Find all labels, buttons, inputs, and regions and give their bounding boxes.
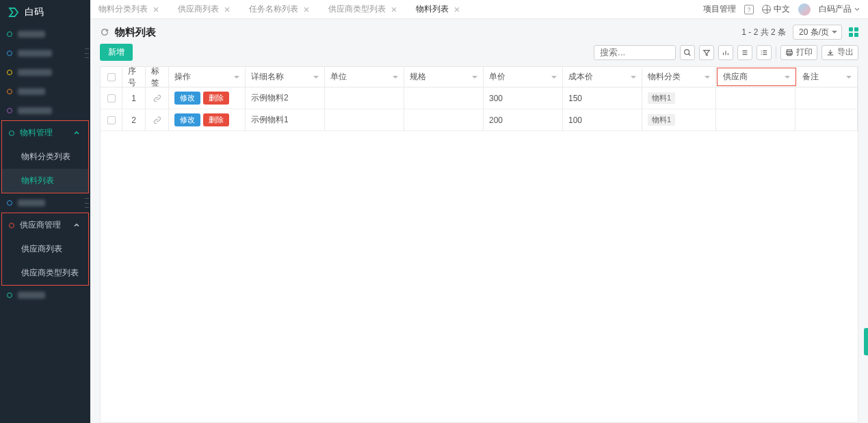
cell-name: 示例物料2 xyxy=(246,87,325,109)
th-spec[interactable]: 规格 xyxy=(404,67,484,87)
chart-icon[interactable] xyxy=(718,45,733,60)
caret-down-icon[interactable] xyxy=(472,76,477,81)
tab-supplier-list[interactable]: 供应商列表 xyxy=(178,3,231,15)
nav: 物料管理 物料分类列表 物料列表 供应商管理 供应商列表 供应商类型列表 xyxy=(0,25,90,423)
nav-sub-supplier-type[interactable]: 供应商类型列表 xyxy=(2,261,88,285)
th-unit[interactable]: 单位 xyxy=(325,67,404,87)
filter-icon[interactable] xyxy=(699,45,714,60)
cell-note xyxy=(795,87,858,109)
cell-unit xyxy=(325,109,404,131)
nav-item-blur-3[interactable] xyxy=(0,63,90,82)
th-price[interactable]: 单价 xyxy=(484,67,563,87)
nav-sub-supplier-list[interactable]: 供应商列表 xyxy=(2,237,88,261)
nav-group-suppliers[interactable]: 供应商管理 xyxy=(2,213,88,237)
cell-idx: 2 xyxy=(122,109,146,131)
select-all-checkbox[interactable] xyxy=(107,73,116,81)
cell-cost: 150 xyxy=(563,87,642,109)
tag-icon[interactable] xyxy=(153,116,161,124)
avatar[interactable] xyxy=(798,3,811,16)
print-button[interactable]: 打印 xyxy=(780,45,817,60)
caret-down-icon[interactable] xyxy=(846,76,852,81)
page-size-select[interactable]: 20 条/页 xyxy=(793,25,842,40)
cell-cat[interactable]: 物料1 xyxy=(648,114,675,126)
cell-cat[interactable]: 物料1 xyxy=(648,92,675,104)
edit-button[interactable]: 修改 xyxy=(174,113,200,126)
cell-cost: 100 xyxy=(563,109,642,131)
row-checkbox[interactable] xyxy=(107,116,116,124)
table-row: 1 修改删除 示例物料2 300 150 物料1 xyxy=(101,87,858,109)
table: 序号 标签 操作 详细名称 单位 规格 单价 成本价 物料分类 供应商 备注 1… xyxy=(100,66,858,423)
user-menu[interactable]: 白码产品 xyxy=(819,3,860,15)
cell-note xyxy=(795,109,858,131)
nav-item-blur-6[interactable] xyxy=(0,193,90,213)
nav-item-blur-7[interactable] xyxy=(0,286,90,305)
redbox-materials: 物料管理 物料分类列表 物料列表 xyxy=(1,120,89,193)
search-icon[interactable] xyxy=(680,45,695,60)
row-checkbox[interactable] xyxy=(107,94,116,103)
logo[interactable]: 白码 xyxy=(0,0,90,25)
close-icon[interactable] xyxy=(223,5,231,14)
new-button[interactable]: 新增 xyxy=(100,44,133,61)
caret-down-icon[interactable] xyxy=(785,76,790,81)
nav-group-materials[interactable]: 物料管理 xyxy=(2,121,88,145)
table-row: 2 修改删除 示例物料1 200 100 物料1 xyxy=(101,109,858,131)
export-button[interactable]: 导出 xyxy=(821,45,858,60)
nav-item-blur-1[interactable] xyxy=(0,25,90,44)
delete-button[interactable]: 删除 xyxy=(203,92,229,105)
nav-group-label: 物料管理 xyxy=(20,127,53,139)
close-icon[interactable] xyxy=(390,5,398,14)
svg-point-0 xyxy=(685,49,689,54)
caret-down-icon[interactable] xyxy=(631,76,636,81)
tabs: 物料分类列表 供应商列表 任务名称列表 供应商类型列表 物料列表 xyxy=(98,3,461,15)
search-input[interactable] xyxy=(594,45,676,60)
cell-price: 200 xyxy=(484,109,563,131)
nav-sub-material-list[interactable]: 物料列表 xyxy=(2,169,88,193)
sidebar: 白码 物料管理 物料分类列表 物料列表 供应商管理 xyxy=(0,0,90,423)
nav-sub-material-category[interactable]: 物料分类列表 xyxy=(2,145,88,169)
refresh-icon[interactable] xyxy=(100,27,109,37)
tag-icon[interactable] xyxy=(153,94,161,103)
caret-down-icon[interactable] xyxy=(234,76,239,81)
edit-button[interactable]: 修改 xyxy=(174,92,200,105)
main: 物料分类列表 供应商列表 任务名称列表 供应商类型列表 物料列表 项目管理 ? … xyxy=(90,0,868,423)
tab-material-list[interactable]: 物料列表 xyxy=(416,3,461,15)
caret-down-icon[interactable] xyxy=(393,76,398,81)
lang-switch[interactable]: 中文 xyxy=(762,3,790,15)
close-icon[interactable] xyxy=(302,5,311,14)
cell-spec xyxy=(404,109,484,131)
delete-button[interactable]: 删除 xyxy=(203,113,229,126)
list-icon[interactable] xyxy=(757,45,772,60)
close-icon[interactable] xyxy=(453,5,461,14)
globe-icon xyxy=(762,5,771,14)
th-supplier[interactable]: 供应商 xyxy=(717,68,796,86)
logo-icon xyxy=(7,5,21,19)
project-mgmt-link[interactable]: 项目管理 xyxy=(703,3,736,15)
help-icon[interactable]: ? xyxy=(744,5,754,14)
nav-item-blur-5[interactable] xyxy=(0,101,90,120)
tab-task-name[interactable]: 任务名称列表 xyxy=(249,3,311,15)
chevron-up-icon xyxy=(72,128,81,138)
nav-item-blur-4[interactable] xyxy=(0,82,90,101)
th-cat[interactable]: 物料分类 xyxy=(642,67,716,87)
cell-name: 示例物料1 xyxy=(246,109,325,131)
th-cost[interactable]: 成本价 xyxy=(563,67,642,87)
nav-item-blur-2[interactable] xyxy=(0,44,90,63)
th-name[interactable]: 详细名称 xyxy=(246,67,325,87)
toolbar: 新增 打印 导出 xyxy=(90,44,868,66)
tab-supplier-type[interactable]: 供应商类型列表 xyxy=(328,3,398,15)
th-op[interactable]: 操作 xyxy=(169,67,246,87)
close-icon[interactable] xyxy=(152,5,160,14)
tab-material-category[interactable]: 物料分类列表 xyxy=(98,3,160,15)
th-note[interactable]: 备注 xyxy=(797,67,858,87)
side-floating-tab[interactable] xyxy=(864,328,868,355)
caret-down-icon[interactable] xyxy=(705,76,710,81)
th-index[interactable]: 序号 xyxy=(122,67,146,87)
chevron-up-icon xyxy=(72,221,81,230)
view-grid-icon[interactable] xyxy=(849,27,858,37)
nav-group-label: 供应商管理 xyxy=(20,219,61,231)
th-tag[interactable]: 标签 xyxy=(146,67,169,87)
caret-down-icon[interactable] xyxy=(551,76,557,81)
caret-down-icon[interactable] xyxy=(313,76,319,81)
settings-icon[interactable] xyxy=(737,45,752,60)
cell-supplier xyxy=(716,87,795,109)
